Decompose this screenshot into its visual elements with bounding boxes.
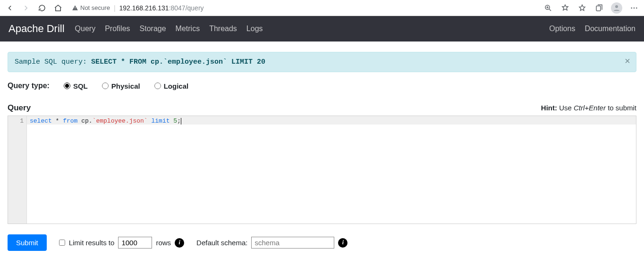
nav-query[interactable]: Query [75,25,96,33]
query-type-row: Query type: SQL Physical Logical [8,82,636,90]
nav-logs[interactable]: Logs [246,25,263,33]
favorite-sync-icon[interactable] [560,3,570,13]
radio-logical[interactable]: Logical [154,82,189,90]
line-number-1: 1 [8,117,24,125]
radio-logical-input[interactable] [154,83,161,89]
editor-hint: Hint: Use Ctrl+Enter to submit [541,104,636,112]
collections-icon[interactable] [594,3,604,13]
radio-sql[interactable]: SQL [64,82,88,90]
info-icon[interactable]: i [338,238,347,248]
info-icon[interactable]: i [175,238,184,248]
svg-point-4 [634,7,635,8]
submit-button[interactable]: Submit [8,234,47,251]
browser-right-icons [543,2,639,14]
home-icon[interactable] [53,3,63,13]
alert-query: SELECT * FROM cp.`employee.json` LIMIT 2… [91,58,265,66]
url-text: 192.168.216.131:8047/query [119,4,204,12]
controls-row: Submit Limit results to rows i Default s… [8,234,636,251]
limit-checkbox[interactable] [59,240,65,246]
back-icon[interactable] [5,3,15,13]
alert-prefix: Sample SQL query: [15,58,91,66]
nav-right: Options Documentation [549,25,636,33]
reload-icon[interactable] [37,3,47,13]
radio-sql-input[interactable] [64,83,70,89]
nav-documentation[interactable]: Documentation [585,25,636,33]
zoom-icon[interactable] [543,3,553,13]
not-secure-badge: Not secure [72,4,110,11]
nav-threads[interactable]: Threads [209,25,237,33]
limit-suffix: rows [156,239,171,247]
browser-toolbar: Not secure | 192.168.216.131:8047/query [0,0,644,16]
nav-storage[interactable]: Storage [140,25,166,33]
brand[interactable]: Apache Drill [8,23,65,35]
radio-physical[interactable]: Physical [102,82,140,90]
not-secure-label: Not secure [80,4,110,11]
address-bar[interactable]: Not secure | 192.168.216.131:8047/query [69,4,537,12]
main-content: Sample SQL query: SELECT * FROM cp.`empl… [0,42,644,258]
editor-gutter: 1 [8,116,27,224]
schema-input[interactable] [251,237,334,249]
query-type-label: Query type: [8,82,50,90]
radio-physical-input[interactable] [102,83,109,89]
text-cursor [181,118,181,125]
limit-group: Limit results to rows i [59,237,184,249]
svg-rect-1 [596,6,601,11]
schema-label: Default schema: [196,239,247,247]
nav-options[interactable]: Options [549,25,575,33]
profile-avatar[interactable] [611,2,622,14]
svg-point-5 [636,7,637,8]
limit-label: Limit results to [69,239,115,247]
code-editor[interactable]: 1 select * from cp.`employee.json` limit… [8,116,636,224]
schema-group: Default schema: i [196,237,347,249]
close-icon[interactable]: × [625,57,630,66]
nav-links: Query Profiles Storage Metrics Threads L… [75,25,263,33]
more-icon[interactable] [629,3,639,13]
forward-icon [21,3,31,13]
svg-point-3 [631,7,632,8]
nav-profiles[interactable]: Profiles [105,25,130,33]
sample-query-alert: Sample SQL query: SELECT * FROM cp.`empl… [8,52,636,72]
editor-title: Query [8,103,31,113]
editor-header: Query Hint: Use Ctrl+Enter to submit [8,103,636,113]
nav-metrics[interactable]: Metrics [176,25,200,33]
limit-input[interactable] [118,237,152,249]
code-line-1: select * from cp.`employee.json` limit 5… [30,117,633,125]
svg-point-2 [615,5,618,8]
code-area[interactable]: select * from cp.`employee.json` limit 5… [27,116,636,224]
favorites-icon[interactable] [577,3,587,13]
app-navbar: Apache Drill Query Profiles Storage Metr… [0,16,644,42]
